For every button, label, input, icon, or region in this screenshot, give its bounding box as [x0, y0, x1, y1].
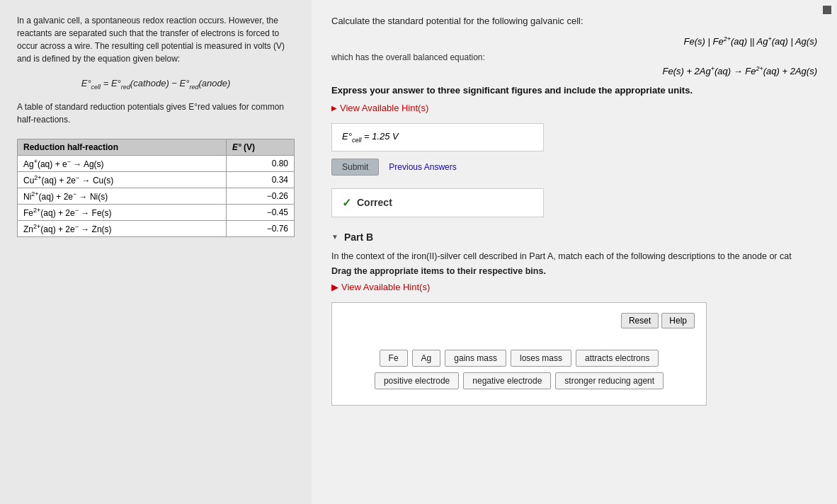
- table-cell-reaction: Zn2+(aq) + 2e− → Zn(s): [18, 220, 227, 236]
- drag-item[interactable]: gains mass: [445, 350, 506, 367]
- table-row: Fe2+(aq) + 2e− → Fe(s)−0.45: [18, 204, 295, 220]
- help-button[interactable]: Help: [661, 313, 695, 328]
- drag-item[interactable]: stronger reducing agent: [555, 372, 664, 389]
- drag-item[interactable]: loses mass: [511, 350, 571, 367]
- table-row: Zn2+(aq) + 2e− → Zn(s)−0.76: [18, 220, 295, 236]
- balanced-label: which has the overall balanced equation:: [331, 52, 817, 62]
- drag-item[interactable]: negative electrode: [463, 372, 551, 389]
- cell-notation-display: Fe(s) | Fe2+(aq) || Ag+(aq) | Ag(s): [331, 35, 817, 47]
- right-panel: Calculate the standard potential for the…: [312, 0, 837, 504]
- table-row: Cu2+(aq) + 2e− → Cu(s)0.34: [18, 171, 295, 188]
- left-panel: In a galvanic cell, a spontaneous redox …: [0, 0, 312, 504]
- drag-item[interactable]: positive electrode: [375, 372, 459, 389]
- reset-button[interactable]: Reset: [621, 313, 659, 328]
- part-b-hint-label: View Available Hint(s): [341, 282, 430, 292]
- part-b-hint-link[interactable]: ▶ View Available Hint(s): [331, 282, 817, 292]
- table-cell-potential: 0.80: [226, 155, 294, 171]
- part-b-description: In the context of the iron(II)-silver ce…: [331, 250, 817, 263]
- drag-item[interactable]: Ag: [412, 350, 441, 367]
- part-b-triangle-icon: ▼: [331, 233, 338, 241]
- answer-box: E°cell = 1.25 V: [331, 123, 544, 151]
- balanced-equation-display: Fe(s) + 2Ag+(aq) → Fe2+(aq) + 2Ag(s): [331, 65, 817, 76]
- part-b-title: Part B: [344, 231, 373, 243]
- prev-answers-link[interactable]: Previous Answers: [389, 162, 456, 172]
- part-b-hint-arrow-icon: ▶: [331, 282, 338, 292]
- table-row: Ni2+(aq) + 2e− → Ni(s)−0.26: [18, 188, 295, 204]
- drag-area: Reset Help FeAggains massloses massattra…: [331, 302, 707, 406]
- reduction-table-container: Reduction half-reaction E° (V) Ag+(aq) +…: [17, 139, 295, 237]
- hint-link[interactable]: ▶ View Available Hint(s): [331, 103, 817, 113]
- drag-item[interactable]: attracts electrons: [576, 350, 659, 367]
- checkmark-icon: ✓: [342, 196, 351, 210]
- table-header-reaction: Reduction half-reaction: [18, 139, 227, 155]
- intro-text: In a galvanic cell, a spontaneous redox …: [17, 14, 295, 65]
- correct-label: Correct: [357, 197, 392, 208]
- table-header-potential: E° (V): [226, 139, 294, 155]
- submit-button[interactable]: Submit: [331, 159, 379, 176]
- question-title: Calculate the standard potential for the…: [331, 14, 817, 28]
- hint-arrow-icon: ▶: [331, 104, 337, 112]
- correct-box: ✓ Correct: [331, 188, 544, 217]
- cell-equation-display: E°cell = E°red(cathode) − E°red(anode): [17, 78, 295, 91]
- table-cell-reaction: Cu2+(aq) + 2e− → Cu(s): [18, 171, 227, 188]
- drag-items-row2: positive electrodenegative electrodestro…: [343, 372, 695, 389]
- answer-value: E°cell = 1.25 V: [342, 131, 399, 142]
- table-note: A table of standard reduction potentials…: [17, 101, 295, 126]
- minimize-bar: [823, 6, 831, 14]
- drag-items-row: FeAggains massloses massattracts electro…: [343, 350, 695, 367]
- table-cell-reaction: Fe2+(aq) + 2e− → Fe(s): [18, 204, 227, 220]
- table-cell-potential: −0.45: [226, 204, 294, 220]
- table-cell-potential: −0.76: [226, 220, 294, 236]
- table-cell-reaction: Ag+(aq) + e− → Ag(s): [18, 155, 227, 171]
- drag-top-buttons: Reset Help: [343, 313, 695, 328]
- part-b-drag-instruction: Drag the appropriate items to their resp…: [331, 266, 817, 276]
- table-row: Ag+(aq) + e− → Ag(s)0.80: [18, 155, 295, 171]
- minimize-icon[interactable]: [823, 6, 831, 14]
- table-cell-potential: −0.26: [226, 188, 294, 204]
- hint-label: View Available Hint(s): [340, 103, 428, 113]
- sig-figs-note: Express your answer to three significant…: [331, 85, 817, 96]
- table-cell-reaction: Ni2+(aq) + 2e− → Ni(s): [18, 188, 227, 204]
- reduction-table: Reduction half-reaction E° (V) Ag+(aq) +…: [17, 139, 295, 237]
- drag-item[interactable]: Fe: [380, 350, 408, 367]
- part-b-header: ▼ Part B: [331, 231, 817, 243]
- submit-area: Submit Previous Answers: [331, 159, 817, 176]
- table-cell-potential: 0.34: [226, 171, 294, 188]
